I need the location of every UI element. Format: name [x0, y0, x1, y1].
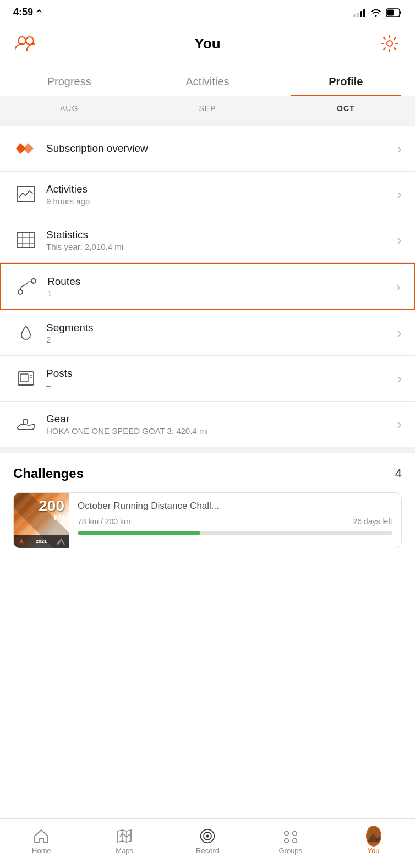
tab-profile[interactable]: Profile	[277, 67, 415, 96]
list-item-posts[interactable]: Posts –	[0, 356, 415, 402]
section-divider	[0, 120, 415, 126]
statistics-icon	[13, 227, 39, 252]
challenge-progress-text: 78 km / 200 km	[78, 517, 130, 526]
svg-rect-2	[387, 9, 394, 15]
gear-arrow	[397, 416, 402, 433]
routes-content: Routes 1	[47, 276, 391, 298]
challenge-days: 26 days left	[353, 517, 392, 526]
challenge-card[interactable]: 200 KM 2021 October Running	[13, 492, 402, 548]
maps-icon	[117, 828, 132, 844]
statistics-arrow	[397, 232, 402, 249]
settings-button[interactable]	[378, 31, 402, 56]
activities-icon	[13, 182, 39, 207]
svg-point-30	[285, 838, 288, 842]
challenge-progress-bar	[78, 531, 392, 535]
nav-maps[interactable]: Maps	[83, 819, 166, 868]
month-selector: AUG SEP OCT	[0, 96, 415, 120]
month-aug[interactable]: AUG	[0, 96, 138, 120]
month-oct[interactable]: OCT	[277, 96, 415, 120]
svg-rect-1	[400, 11, 401, 14]
profile-list: Subscription overview Activities 9 hours…	[0, 126, 415, 447]
svg-rect-8	[17, 186, 35, 202]
challenges-title: Challenges	[13, 466, 84, 481]
groups-icon	[283, 828, 298, 844]
home-icon	[34, 828, 49, 844]
gear-icon	[380, 34, 399, 53]
bottom-navigation: Home Maps Record	[0, 818, 415, 868]
challenges-section: Challenges 4	[0, 453, 415, 557]
posts-content: Posts –	[46, 367, 392, 390]
svg-point-29	[293, 831, 297, 835]
signal-icon	[353, 8, 365, 17]
svg-point-5	[387, 41, 392, 46]
svg-marker-7	[24, 143, 34, 154]
list-item-activities[interactable]: Activities 9 hours ago	[0, 172, 415, 217]
nav-maps-label: Maps	[116, 847, 133, 855]
challenge-name: October Running Distance Chall...	[78, 501, 392, 512]
activities-arrow	[397, 186, 402, 203]
nav-you-label: You	[368, 847, 380, 855]
svg-point-27	[206, 834, 209, 837]
challenge-stats: 78 km / 200 km 26 days left	[78, 517, 392, 526]
challenge-year: 2021	[36, 539, 47, 544]
mountain-icon	[57, 537, 65, 546]
segments-arrow	[397, 325, 402, 342]
nav-you[interactable]: You	[332, 819, 415, 868]
svg-point-4	[26, 37, 34, 45]
challenge-overlay: 2021	[14, 535, 69, 548]
svg-point-28	[285, 831, 288, 835]
location-icon	[35, 9, 43, 17]
list-item-statistics[interactable]: Statistics This year: 2,010.4 mi	[0, 217, 415, 263]
svg-point-31	[293, 838, 297, 842]
svg-rect-17	[20, 374, 28, 382]
you-avatar-icon	[366, 828, 381, 844]
status-time: 4:59	[13, 7, 43, 18]
nav-record-label: Record	[196, 847, 219, 855]
svg-rect-9	[17, 232, 35, 248]
nav-home-label: Home	[32, 847, 51, 855]
wifi-icon	[370, 8, 382, 17]
subscription-icon	[13, 136, 39, 161]
nav-record[interactable]: Record	[166, 819, 249, 868]
nav-groups[interactable]: Groups	[249, 819, 332, 868]
routes-arrow	[396, 278, 401, 295]
posts-icon	[13, 366, 39, 391]
tab-bar: Progress Activities Profile	[0, 67, 415, 96]
record-icon	[200, 828, 215, 844]
friends-button[interactable]	[13, 31, 37, 56]
section-divider-2	[0, 447, 415, 453]
svg-marker-24	[118, 830, 131, 842]
list-item-subscription[interactable]: Subscription overview	[0, 126, 415, 172]
challenges-header: Challenges 4	[13, 466, 402, 481]
svg-marker-23	[19, 538, 24, 545]
segments-icon	[13, 320, 39, 345]
challenge-card-inner: 200 KM 2021 October Running	[14, 493, 401, 548]
statistics-content: Statistics This year: 2,010.4 mi	[46, 229, 392, 251]
page-title: You	[194, 35, 220, 52]
activities-content: Activities 9 hours ago	[46, 183, 392, 206]
battery-icon	[386, 8, 402, 17]
nav-home[interactable]: Home	[0, 819, 83, 868]
subscription-content: Subscription overview	[46, 142, 392, 155]
strava-icon	[17, 537, 26, 546]
list-item-gear[interactable]: Gear HOKA ONE ONE SPEED GOAT 3: 420.4 mi	[0, 402, 415, 447]
status-bar: 4:59	[0, 0, 415, 23]
list-item-segments[interactable]: Segments 2	[0, 310, 415, 356]
challenge-image: 200 KM 2021	[14, 493, 69, 548]
list-item-routes[interactable]: Routes 1	[0, 263, 415, 310]
gear-content: Gear HOKA ONE ONE SPEED GOAT 3: 420.4 mi	[46, 413, 392, 436]
nav-groups-label: Groups	[279, 847, 302, 855]
tab-activities[interactable]: Activities	[138, 67, 276, 96]
month-sep[interactable]: SEP	[138, 96, 276, 120]
challenge-km-label: 200 KM	[39, 498, 64, 521]
page-header: You	[0, 23, 415, 67]
gear-shoe-icon	[13, 411, 39, 437]
segments-content: Segments 2	[46, 322, 392, 344]
subscription-arrow	[397, 140, 402, 157]
tab-progress[interactable]: Progress	[0, 67, 138, 96]
routes-icon	[14, 274, 40, 299]
challenge-info: October Running Distance Chall... 78 km …	[69, 493, 401, 548]
svg-point-14	[18, 290, 23, 294]
friends-icon	[15, 35, 36, 52]
challenges-count: 4	[395, 466, 402, 481]
